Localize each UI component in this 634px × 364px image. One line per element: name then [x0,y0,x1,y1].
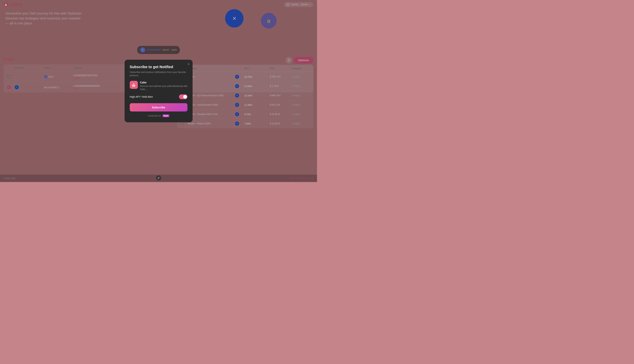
modal-toggle-label: High APY Yield Alert [130,95,153,98]
modal-toggle-row: High APY Yield Alert [130,94,187,99]
modal-app-icon: 🎂 [130,81,138,89]
high-apy-toggle[interactable] [179,94,187,99]
modal-subtitle: Subscribe and receive notifications from… [130,70,187,77]
modal-app-description: Discover and optimize your yield effortl… [140,85,187,91]
push-badge: Push [163,114,169,117]
modal-close-button[interactable]: × [188,62,190,66]
subscribe-button[interactable]: Subscribe [130,103,187,112]
modal-powered-by: POWERED BY Push [130,114,187,117]
modal-overlay: × Subscribe to get Notified Subscribe an… [0,0,317,182]
modal-app-row: 🎂 Cake Discover and optimize your yield … [130,81,187,91]
toggle-thumb [183,95,187,98]
powered-by-label: POWERED BY [148,115,162,117]
modal-title: Subscribe to get Notified [130,65,187,69]
subscribe-modal: × Subscribe to get Notified Subscribe an… [125,60,193,122]
modal-app-name: Cake [140,81,187,84]
